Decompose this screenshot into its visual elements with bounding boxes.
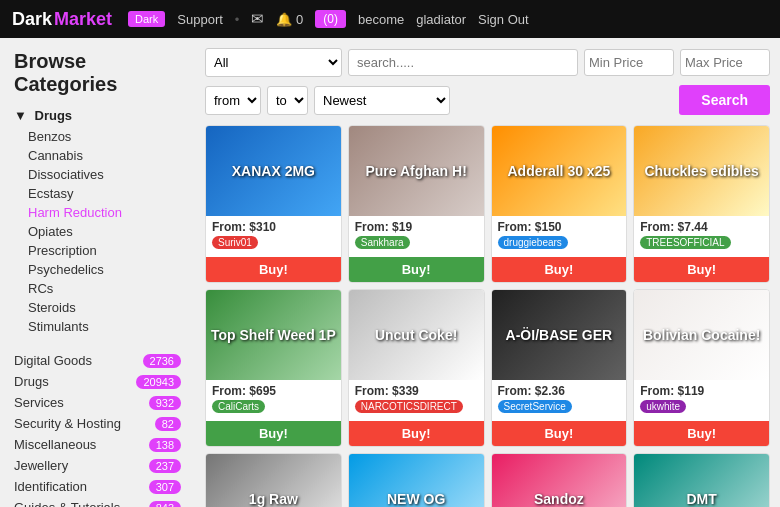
drugs-category-header[interactable]: ▼ Drugs — [14, 108, 181, 123]
mail-icon[interactable]: ✉ — [251, 10, 264, 28]
count-label: Guides & Tutorials — [14, 500, 120, 507]
count-label: Digital Goods — [14, 353, 92, 368]
drugs-toggle-icon[interactable]: ▼ — [14, 108, 27, 123]
to-select[interactable]: to — [267, 86, 308, 115]
sidebar-count-row[interactable]: Digital Goods2736 — [14, 350, 181, 371]
sidebar-subcat-item[interactable]: Prescription — [28, 241, 181, 260]
sidebar-subcat-item[interactable]: Opiates — [28, 222, 181, 241]
sidebar-subcat-item[interactable]: Harm Reduction — [28, 203, 181, 222]
product-name-overlay: Chuckles edibles — [634, 126, 769, 216]
sort-select[interactable]: NewestOldestPrice: Low to HighPrice: Hig… — [314, 86, 450, 115]
product-price: From: $19 — [355, 220, 478, 234]
sidebar-count-row[interactable]: Jewellery237 — [14, 455, 181, 476]
count-label: Miscellaneous — [14, 437, 96, 452]
logo[interactable]: DarkMarket — [12, 9, 112, 30]
product-name-overlay: NEW OG — [349, 454, 484, 507]
product-price: From: $150 — [498, 220, 621, 234]
sidebar-subcat-item[interactable]: Steroids — [28, 298, 181, 317]
sidebar-subcat-item[interactable]: Benzos — [28, 127, 181, 146]
product-card: Adderall 30 x25From: $150druggiebearsBuy… — [491, 125, 628, 283]
count-badge: 932 — [149, 396, 181, 410]
product-price: From: $119 — [640, 384, 763, 398]
search-button[interactable]: Search — [679, 85, 770, 115]
product-seller[interactable]: NARCOTICSDIRECT — [355, 400, 463, 413]
product-card: A-ÖI/BASE GERFrom: $2.36SecretServiceBuy… — [491, 289, 628, 447]
product-seller[interactable]: Suriv01 — [212, 236, 258, 249]
product-card: Uncut Coke!From: $339NARCOTICSDIRECTBuy! — [348, 289, 485, 447]
product-card: Chuckles ediblesFrom: $7.44TREESOFFICIAL… — [633, 125, 770, 283]
product-image: Uncut Coke! — [349, 290, 484, 380]
sidebar-subcat-item[interactable]: Cannabis — [28, 146, 181, 165]
sidebar-count-row[interactable]: Miscellaneous138 — [14, 434, 181, 455]
buy-button[interactable]: Buy! — [492, 421, 627, 446]
buy-button[interactable]: Buy! — [349, 421, 484, 446]
filter-bar: from to NewestOldestPrice: Low to HighPr… — [205, 85, 770, 115]
product-name-overlay: A-ÖI/BASE GER — [492, 290, 627, 380]
notifications-icon[interactable]: 🔔 0 — [276, 12, 303, 27]
product-seller[interactable]: CaliCarts — [212, 400, 265, 413]
product-image: Sandoz — [492, 454, 627, 507]
max-price-input[interactable] — [680, 49, 770, 76]
product-name-overlay: Adderall 30 x25 — [492, 126, 627, 216]
support-link[interactable]: Support — [177, 12, 223, 27]
sidebar-count-row[interactable]: Services932 — [14, 392, 181, 413]
count-label: Jewellery — [14, 458, 68, 473]
become-link[interactable]: become — [358, 12, 404, 27]
product-name-overlay: DMT — [634, 454, 769, 507]
sidebar-subcat-item[interactable]: Stimulants — [28, 317, 181, 336]
category-select[interactable]: AllDrugsDigital GoodsServicesSecurity & … — [205, 48, 342, 77]
sidebar-subcat-item[interactable]: RCs — [28, 279, 181, 298]
sidebar-subcat-item[interactable]: Ecstasy — [28, 184, 181, 203]
logo-market: Market — [54, 9, 112, 30]
product-grid: XANAX 2MGFrom: $310Suriv01Buy!Pure Afgha… — [205, 125, 770, 507]
product-seller[interactable]: ukwhite — [640, 400, 686, 413]
product-name-overlay: Uncut Coke! — [349, 290, 484, 380]
product-seller[interactable]: TREESOFFICIAL — [640, 236, 730, 249]
buy-button[interactable]: Buy! — [206, 421, 341, 446]
sidebar-subcat-item[interactable]: Dissociatives — [28, 165, 181, 184]
sidebar-count-row[interactable]: Drugs20943 — [14, 371, 181, 392]
buy-button[interactable]: Buy! — [492, 257, 627, 282]
product-image: Adderall 30 x25 — [492, 126, 627, 216]
product-card: Pure Afghan H!From: $19SankharaBuy! — [348, 125, 485, 283]
top-navbar: DarkMarket Dark Support • ✉ 🔔 0 (0) beco… — [0, 0, 780, 38]
product-card: NEW OGFrom: $...Buy! — [348, 453, 485, 507]
product-seller[interactable]: SecretService — [498, 400, 572, 413]
product-image: Chuckles edibles — [634, 126, 769, 216]
buy-button[interactable]: Buy! — [634, 421, 769, 446]
product-card: Bolivian Cocaine!From: $119ukwhiteBuy! — [633, 289, 770, 447]
from-select[interactable]: from — [205, 86, 261, 115]
count-badge: 138 — [149, 438, 181, 452]
search-input[interactable] — [348, 49, 578, 76]
sidebar-title: Browse Categories — [14, 50, 181, 96]
product-image: DMT — [634, 454, 769, 507]
count-label: Identification — [14, 479, 87, 494]
sidebar-count-row[interactable]: Guides & Tutorials843 — [14, 497, 181, 507]
buy-button[interactable]: Buy! — [206, 257, 341, 282]
buy-button[interactable]: Buy! — [634, 257, 769, 282]
product-card: Top Shelf Weed 1PFrom: $695CaliCartsBuy! — [205, 289, 342, 447]
product-price: From: $310 — [212, 220, 335, 234]
min-price-input[interactable] — [584, 49, 674, 76]
product-seller[interactable]: Sankhara — [355, 236, 410, 249]
sidebar-count-row[interactable]: Identification307 — [14, 476, 181, 497]
count-badge: 20943 — [136, 375, 181, 389]
subcategory-list: BenzosCannabisDissociativesEcstasyHarm R… — [14, 127, 181, 336]
product-image: Pure Afghan H! — [349, 126, 484, 216]
count-badge: 307 — [149, 480, 181, 494]
product-info: From: $695CaliCarts — [206, 380, 341, 417]
signout-link[interactable]: Sign Out — [478, 12, 529, 27]
sidebar-subcat-item[interactable]: Psychedelics — [28, 260, 181, 279]
category-counts: Digital Goods2736Drugs20943Services932Se… — [14, 350, 181, 507]
cart-badge[interactable]: (0) — [315, 10, 346, 28]
count-label: Drugs — [14, 374, 49, 389]
product-name-overlay: 1g Raw — [206, 454, 341, 507]
product-info: From: $7.44TREESOFFICIAL — [634, 216, 769, 253]
product-seller[interactable]: druggiebears — [498, 236, 568, 249]
buy-button[interactable]: Buy! — [349, 257, 484, 282]
product-image: A-ÖI/BASE GER — [492, 290, 627, 380]
product-image: XANAX 2MG — [206, 126, 341, 216]
user-link[interactable]: gladiator — [416, 12, 466, 27]
layout: Browse Categories ▼ Drugs BenzosCannabis… — [0, 38, 780, 507]
sidebar-count-row[interactable]: Security & Hosting82 — [14, 413, 181, 434]
